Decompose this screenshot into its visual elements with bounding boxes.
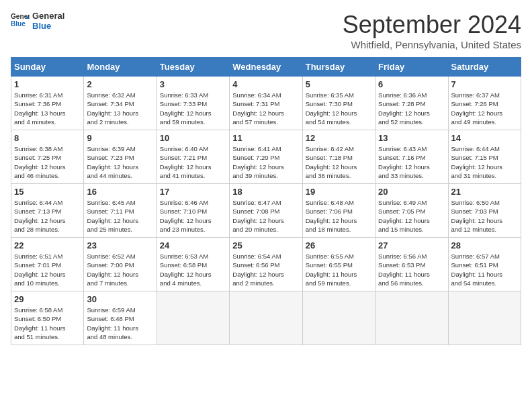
day-info: Sunrise: 6:46 AM Sunset: 7:10 PM Dayligh… bbox=[160, 198, 226, 234]
calendar-cell: 30Sunrise: 6:59 AM Sunset: 6:48 PM Dayli… bbox=[84, 291, 157, 345]
calendar-cell: 27Sunrise: 6:56 AM Sunset: 6:53 PM Dayli… bbox=[375, 238, 448, 291]
page-header: General Blue General Blue September 2024… bbox=[11, 11, 521, 50]
day-info: Sunrise: 6:33 AM Sunset: 7:33 PM Dayligh… bbox=[160, 91, 226, 126]
day-number: 16 bbox=[87, 187, 153, 197]
calendar-cell: 15Sunrise: 6:44 AM Sunset: 7:13 PM Dayli… bbox=[11, 184, 84, 238]
calendar-header-row: SundayMondayTuesdayWednesdayThursdayFrid… bbox=[11, 58, 521, 77]
calendar-cell: 5Sunrise: 6:35 AM Sunset: 7:30 PM Daylig… bbox=[302, 77, 375, 130]
month-title: September 2024 bbox=[343, 11, 521, 39]
day-number: 3 bbox=[160, 79, 226, 89]
calendar-cell: 4Sunrise: 6:34 AM Sunset: 7:31 PM Daylig… bbox=[230, 77, 302, 130]
calendar-body: 1Sunrise: 6:31 AM Sunset: 7:36 PM Daylig… bbox=[11, 77, 521, 345]
calendar-week-row: 1Sunrise: 6:31 AM Sunset: 7:36 PM Daylig… bbox=[11, 77, 521, 130]
calendar-cell: 24Sunrise: 6:53 AM Sunset: 6:58 PM Dayli… bbox=[157, 238, 229, 291]
day-number: 27 bbox=[378, 240, 445, 250]
day-number: 7 bbox=[451, 79, 518, 89]
day-number: 13 bbox=[378, 133, 445, 143]
calendar-cell: 7Sunrise: 6:37 AM Sunset: 7:26 PM Daylig… bbox=[448, 77, 521, 130]
day-info: Sunrise: 6:45 AM Sunset: 7:11 PM Dayligh… bbox=[87, 198, 153, 234]
day-number: 23 bbox=[87, 240, 153, 250]
day-info: Sunrise: 6:57 AM Sunset: 6:51 PM Dayligh… bbox=[451, 252, 518, 287]
calendar-cell: 23Sunrise: 6:52 AM Sunset: 7:00 PM Dayli… bbox=[84, 238, 157, 291]
day-info: Sunrise: 6:34 AM Sunset: 7:31 PM Dayligh… bbox=[232, 91, 299, 126]
calendar-cell: 13Sunrise: 6:43 AM Sunset: 7:16 PM Dayli… bbox=[375, 130, 448, 184]
calendar-cell: 20Sunrise: 6:49 AM Sunset: 7:05 PM Dayli… bbox=[375, 184, 448, 238]
calendar-cell: 3Sunrise: 6:33 AM Sunset: 7:33 PM Daylig… bbox=[157, 77, 229, 130]
calendar-table: SundayMondayTuesdayWednesdayThursdayFrid… bbox=[11, 57, 521, 345]
day-number: 2 bbox=[87, 79, 153, 89]
day-info: Sunrise: 6:52 AM Sunset: 7:00 PM Dayligh… bbox=[87, 252, 153, 287]
calendar-week-row: 8Sunrise: 6:38 AM Sunset: 7:25 PM Daylig… bbox=[11, 130, 521, 184]
day-info: Sunrise: 6:50 AM Sunset: 7:03 PM Dayligh… bbox=[451, 198, 518, 234]
calendar-cell: 6Sunrise: 6:36 AM Sunset: 7:28 PM Daylig… bbox=[375, 77, 448, 130]
day-info: Sunrise: 6:35 AM Sunset: 7:30 PM Dayligh… bbox=[306, 91, 372, 126]
calendar-cell: 25Sunrise: 6:54 AM Sunset: 6:56 PM Dayli… bbox=[230, 238, 302, 291]
day-number: 29 bbox=[14, 294, 81, 304]
day-number: 1 bbox=[14, 79, 81, 89]
day-info: Sunrise: 6:36 AM Sunset: 7:28 PM Dayligh… bbox=[378, 91, 445, 126]
day-number: 22 bbox=[14, 240, 81, 250]
weekday-header: Thursday bbox=[302, 58, 375, 77]
day-info: Sunrise: 6:31 AM Sunset: 7:36 PM Dayligh… bbox=[14, 91, 81, 126]
day-info: Sunrise: 6:40 AM Sunset: 7:21 PM Dayligh… bbox=[160, 144, 226, 180]
calendar-cell bbox=[157, 291, 229, 345]
logo: General Blue General Blue bbox=[11, 11, 64, 31]
day-info: Sunrise: 6:38 AM Sunset: 7:25 PM Dayligh… bbox=[14, 144, 81, 180]
day-number: 25 bbox=[232, 240, 299, 250]
calendar-cell bbox=[302, 291, 375, 345]
calendar-cell bbox=[230, 291, 302, 345]
calendar-cell: 11Sunrise: 6:41 AM Sunset: 7:20 PM Dayli… bbox=[230, 130, 302, 184]
day-number: 14 bbox=[451, 133, 518, 143]
calendar-cell: 12Sunrise: 6:42 AM Sunset: 7:18 PM Dayli… bbox=[302, 130, 375, 184]
day-number: 24 bbox=[160, 240, 226, 250]
day-info: Sunrise: 6:56 AM Sunset: 6:53 PM Dayligh… bbox=[378, 252, 445, 287]
weekday-header: Monday bbox=[84, 58, 157, 77]
weekday-header: Sunday bbox=[11, 58, 84, 77]
calendar-week-row: 29Sunrise: 6:58 AM Sunset: 6:50 PM Dayli… bbox=[11, 291, 521, 345]
day-number: 20 bbox=[378, 187, 445, 197]
day-info: Sunrise: 6:53 AM Sunset: 6:58 PM Dayligh… bbox=[160, 252, 226, 287]
calendar-cell bbox=[448, 291, 521, 345]
day-number: 6 bbox=[378, 79, 445, 89]
day-info: Sunrise: 6:58 AM Sunset: 6:50 PM Dayligh… bbox=[14, 306, 81, 341]
weekday-header: Friday bbox=[375, 58, 448, 77]
day-number: 12 bbox=[306, 133, 372, 143]
day-number: 15 bbox=[14, 187, 81, 197]
day-number: 11 bbox=[232, 133, 299, 143]
day-number: 10 bbox=[160, 133, 226, 143]
day-info: Sunrise: 6:39 AM Sunset: 7:23 PM Dayligh… bbox=[87, 144, 153, 180]
location: Whitfield, Pennsylvania, United States bbox=[343, 39, 521, 50]
day-number: 21 bbox=[451, 187, 518, 197]
day-number: 28 bbox=[451, 240, 518, 250]
calendar-cell: 29Sunrise: 6:58 AM Sunset: 6:50 PM Dayli… bbox=[11, 291, 84, 345]
day-info: Sunrise: 6:55 AM Sunset: 6:55 PM Dayligh… bbox=[306, 252, 372, 287]
day-number: 18 bbox=[232, 187, 299, 197]
calendar-cell bbox=[375, 291, 448, 345]
day-number: 5 bbox=[306, 79, 372, 89]
day-number: 17 bbox=[160, 187, 226, 197]
weekday-header: Tuesday bbox=[157, 58, 229, 77]
day-info: Sunrise: 6:47 AM Sunset: 7:08 PM Dayligh… bbox=[232, 198, 299, 234]
calendar-week-row: 22Sunrise: 6:51 AM Sunset: 7:01 PM Dayli… bbox=[11, 238, 521, 291]
calendar-cell: 28Sunrise: 6:57 AM Sunset: 6:51 PM Dayli… bbox=[448, 238, 521, 291]
svg-text:Blue: Blue bbox=[11, 20, 26, 28]
logo-line2: Blue bbox=[32, 21, 64, 31]
logo-icon: General Blue bbox=[11, 11, 30, 30]
weekday-header: Saturday bbox=[448, 58, 521, 77]
calendar-cell: 10Sunrise: 6:40 AM Sunset: 7:21 PM Dayli… bbox=[157, 130, 229, 184]
day-info: Sunrise: 6:42 AM Sunset: 7:18 PM Dayligh… bbox=[306, 144, 372, 180]
weekday-header: Wednesday bbox=[230, 58, 302, 77]
calendar-cell: 14Sunrise: 6:44 AM Sunset: 7:15 PM Dayli… bbox=[448, 130, 521, 184]
day-info: Sunrise: 6:54 AM Sunset: 6:56 PM Dayligh… bbox=[232, 252, 299, 287]
calendar-cell: 2Sunrise: 6:32 AM Sunset: 7:34 PM Daylig… bbox=[84, 77, 157, 130]
calendar-cell: 8Sunrise: 6:38 AM Sunset: 7:25 PM Daylig… bbox=[11, 130, 84, 184]
logo-line1: General bbox=[32, 11, 64, 21]
calendar-cell: 17Sunrise: 6:46 AM Sunset: 7:10 PM Dayli… bbox=[157, 184, 229, 238]
day-info: Sunrise: 6:43 AM Sunset: 7:16 PM Dayligh… bbox=[378, 144, 445, 180]
day-info: Sunrise: 6:41 AM Sunset: 7:20 PM Dayligh… bbox=[232, 144, 299, 180]
day-number: 8 bbox=[14, 133, 81, 143]
day-number: 19 bbox=[306, 187, 372, 197]
day-number: 4 bbox=[232, 79, 299, 89]
day-info: Sunrise: 6:49 AM Sunset: 7:05 PM Dayligh… bbox=[378, 198, 445, 234]
day-info: Sunrise: 6:44 AM Sunset: 7:13 PM Dayligh… bbox=[14, 198, 81, 234]
